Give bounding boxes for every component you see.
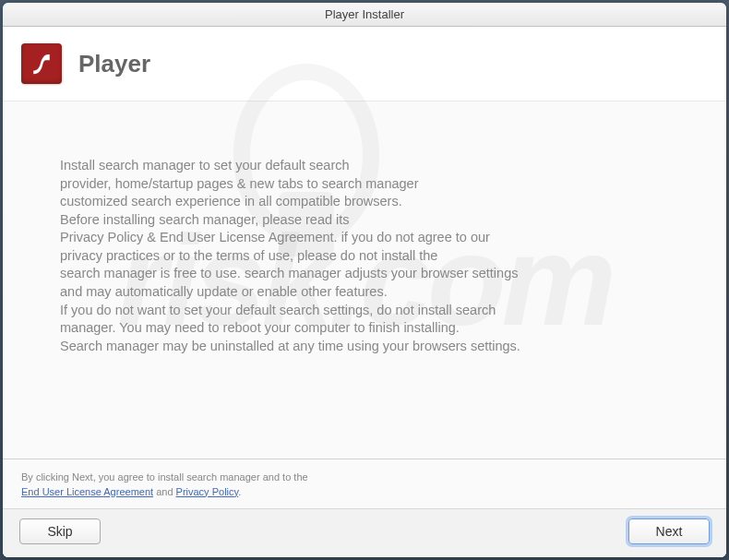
- skip-button[interactable]: Skip: [19, 518, 101, 544]
- content-area: risk.com Install search manager to set y…: [3, 101, 726, 459]
- body-text: Install search manager to set your defau…: [60, 157, 669, 355]
- privacy-link[interactable]: Privacy Policy: [176, 486, 239, 497]
- eula-link[interactable]: End User License Agreement: [21, 486, 153, 497]
- legal-period: .: [238, 486, 241, 497]
- legal-intro: By clicking Next, you agree to install s…: [21, 471, 308, 483]
- window-title: Player Installer: [325, 7, 404, 21]
- footer: By clicking Next, you agree to install s…: [3, 459, 726, 557]
- header: Player: [3, 27, 726, 101]
- titlebar[interactable]: Player Installer: [3, 3, 726, 27]
- installer-window: Player Installer Player risk.com Install…: [3, 3, 726, 557]
- app-title: Player: [78, 50, 150, 78]
- flash-icon: [21, 43, 62, 84]
- legal-and: and: [153, 486, 175, 497]
- next-button[interactable]: Next: [628, 518, 710, 544]
- legal-text: By clicking Next, you agree to install s…: [3, 459, 726, 509]
- button-row: Skip Next: [3, 509, 726, 557]
